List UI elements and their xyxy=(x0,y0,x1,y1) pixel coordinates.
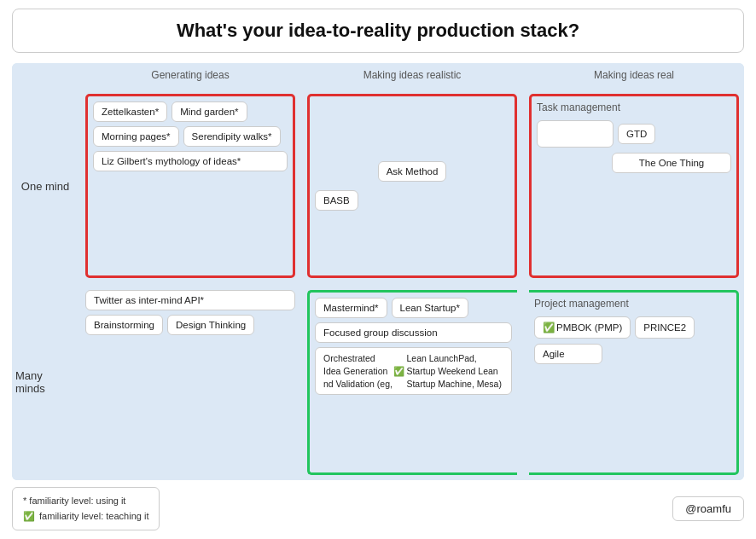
one-mind-generating-cell: Zettelkasten* Mind garden* Morning pages… xyxy=(80,89,300,283)
main-container: What's your idea-to-reality production s… xyxy=(0,0,756,539)
chip-morning-pages[interactable]: Morning pages* xyxy=(93,126,179,147)
chip-mastermind[interactable]: Mastermind* xyxy=(315,298,387,318)
legend-box: * familiarity level: using it ✅ familiar… xyxy=(12,487,160,530)
main-grid: Generating ideas Making ideas realistic … xyxy=(12,63,744,480)
chip-basb[interactable]: BASB xyxy=(315,190,358,211)
footer: * familiarity level: using it ✅ familiar… xyxy=(12,487,744,530)
col-header-realistic: Making ideas realistic xyxy=(302,63,522,87)
roamfu-handle: @roamfu xyxy=(672,496,744,521)
title-box: What's your idea-to-reality production s… xyxy=(12,9,744,53)
chip-pmbok[interactable]: ✅PMBOK (PMP) xyxy=(534,316,631,339)
one-mind-generating-outline: Zettelkasten* Mind garden* Morning pages… xyxy=(85,94,295,278)
chip-liz-gilbert[interactable]: Liz Gilbert's mythology of ideas* xyxy=(93,151,288,171)
many-minds-realistic-outline: Mastermind* Lean Startup* Focused group … xyxy=(307,290,517,474)
chip-serendipity[interactable]: Serendipity walks* xyxy=(183,126,281,147)
chip-mind-garden[interactable]: Mind garden* xyxy=(172,101,247,122)
chip-lean-startup[interactable]: Lean Startup* xyxy=(392,298,468,318)
one-mind-real-outline: Task management GTD The One Thing xyxy=(529,94,739,278)
chip-zettelkasten[interactable]: Zettelkasten* xyxy=(93,101,167,122)
many-minds-real-outline: Project management ✅PMBOK (PMP) PRINCE2 … xyxy=(529,290,739,474)
project-mgmt-label: Project management xyxy=(534,298,731,310)
row-label-one-mind: One mind xyxy=(12,89,79,283)
legend-line2-text: familiarity level: teaching it xyxy=(37,511,148,521)
page-title: What's your idea-to-reality production s… xyxy=(177,20,579,41)
many-minds-realistic-cell: Mastermind* Lean Startup* Focused group … xyxy=(302,285,522,479)
chip-design-thinking[interactable]: Design Thinking xyxy=(167,315,254,335)
chip-focused-group[interactable]: Focused group discussion xyxy=(315,322,512,343)
chip-orchestrated[interactable]: Orchestrated Idea Generation nd Validati… xyxy=(315,347,512,395)
chip-prince2[interactable]: PRINCE2 xyxy=(635,316,695,339)
col-header-real: Making ideas real xyxy=(524,63,744,87)
chip-the-one-thing[interactable]: The One Thing xyxy=(612,153,731,173)
many-minds-generating-cell: Twitter as inter-mind API* Brainstorming… xyxy=(80,285,300,479)
corner-empty xyxy=(12,63,79,87)
legend-line2: ✅ familiarity level: teaching it xyxy=(23,508,148,525)
one-mind-real-cell: Task management GTD The One Thing xyxy=(524,89,744,283)
empty-chip xyxy=(537,120,614,148)
chip-gtd[interactable]: GTD xyxy=(618,124,655,144)
col-header-generating: Generating ideas xyxy=(80,63,300,87)
chip-ask-method[interactable]: Ask Method xyxy=(378,161,447,182)
chip-twitter-api[interactable]: Twitter as inter-mind API* xyxy=(85,290,295,310)
row-label-many-minds: Many minds xyxy=(12,285,79,479)
many-minds-real-cell: Project management ✅PMBOK (PMP) PRINCE2 … xyxy=(524,285,744,479)
task-mgmt-label: Task management xyxy=(537,101,731,113)
chip-agile[interactable]: Agile xyxy=(534,344,602,364)
one-mind-realistic-outline: Ask Method BASB xyxy=(307,94,517,278)
legend-line1: * familiarity level: using it xyxy=(23,493,148,509)
chip-brainstorming[interactable]: Brainstorming xyxy=(85,315,163,335)
one-mind-realistic-cell: Ask Method BASB xyxy=(302,89,522,283)
